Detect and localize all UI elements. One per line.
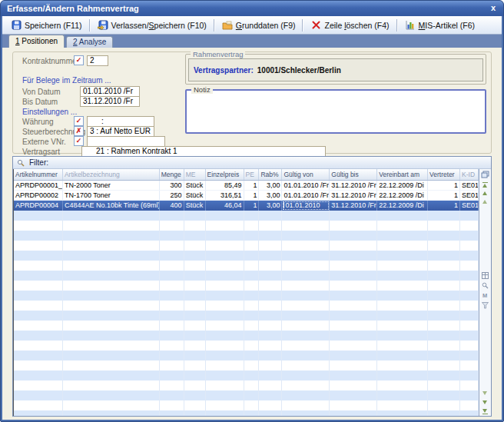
table-cell[interactable]: 250: [160, 191, 184, 200]
table-cell[interactable]: 1: [244, 191, 260, 200]
externe-vnr-field[interactable]: [87, 136, 165, 147]
search-icon[interactable]: [479, 281, 490, 290]
table-cell[interactable]: SE012: [460, 201, 479, 211]
table-cell[interactable]: 316,51: [206, 191, 244, 200]
bis-datum-field[interactable]: 31.12.2010 /Fr: [80, 96, 140, 107]
table-empty-row[interactable]: [14, 241, 479, 251]
table-cell[interactable]: SE012: [460, 181, 479, 190]
table-cell[interactable]: 1: [244, 201, 260, 211]
table-cell[interactable]: 1: [428, 191, 460, 200]
column-header-k-id[interactable]: K-ID: [460, 169, 479, 180]
table-row[interactable]: APRDP00001_TN-2000 Toner300Stück85,4913,…: [14, 181, 479, 191]
table-cell[interactable]: APRDP00002: [14, 191, 63, 200]
table-empty-row[interactable]: [14, 351, 479, 361]
scroll-down-icon[interactable]: [479, 389, 490, 397]
table-cell[interactable]: 46,04: [206, 201, 244, 211]
table-cell[interactable]: 01.01.2010 /Fr: [282, 191, 330, 200]
kontraktnummer-field[interactable]: 2: [87, 55, 108, 66]
table-empty-row[interactable]: [14, 380, 479, 390]
grid-icon[interactable]: [479, 271, 490, 280]
column-chooser-icon[interactable]: [479, 170, 490, 178]
matchcode-icon[interactable]: ✓: [74, 55, 84, 65]
table-cell[interactable]: 01.01.2010 /Fr: [282, 181, 330, 190]
table-cell[interactable]: 31.12.2010 /Fr: [330, 181, 377, 190]
close-icon[interactable]: x: [491, 1, 496, 16]
column-header-pe[interactable]: PE: [244, 169, 260, 180]
table-cell[interactable]: APRDP00004: [14, 201, 63, 211]
table-cell[interactable]: TN-2000 Toner: [63, 181, 160, 190]
matchcode-search-icon[interactable]: M: [479, 291, 490, 300]
table-cell[interactable]: Stück: [184, 191, 206, 200]
table-cell[interactable]: Stück: [184, 181, 206, 190]
scroll-up-icon[interactable]: [479, 198, 490, 206]
mis-artikel-button[interactable]: MIS-Artikel (F6): [400, 18, 481, 32]
column-header-rab-[interactable]: Rab%: [259, 169, 282, 180]
search-icon[interactable]: [17, 159, 25, 167]
matchcode-icon[interactable]: ✓: [74, 136, 84, 146]
table-cell[interactable]: 3,00: [259, 181, 282, 190]
table-cell[interactable]: C4844AE No.10bk Tinte (69ml): [63, 201, 160, 211]
tab-positionen[interactable]: 1 Positionen: [8, 35, 65, 48]
table-empty-row[interactable]: [14, 301, 479, 311]
table-empty-row[interactable]: [14, 231, 479, 241]
table-cell[interactable]: APRDP00001_: [14, 181, 63, 190]
table-cell[interactable]: TN-1700 Toner: [63, 191, 160, 200]
table-empty-row[interactable]: [14, 211, 479, 221]
delete-row-button[interactable]: Zeile löschen (F4): [305, 18, 394, 32]
scroll-page-down-icon[interactable]: [479, 398, 490, 407]
table-cell[interactable]: 400: [160, 201, 184, 211]
table-empty-row[interactable]: [14, 251, 479, 261]
table-cell[interactable]: 31.12.2010 /Fr: [330, 191, 377, 200]
table-empty-row[interactable]: [14, 271, 479, 281]
table-empty-row[interactable]: [14, 400, 479, 410]
table-empty-row[interactable]: [14, 311, 479, 321]
table-empty-row[interactable]: [14, 361, 479, 370]
table-empty-row[interactable]: [14, 291, 479, 301]
table-empty-row[interactable]: [14, 390, 479, 400]
table-row[interactable]: APRDP00002TN-1700 Toner250Stück316,5113,…: [14, 191, 479, 201]
tab-analyse[interactable]: 2 Analyse: [66, 36, 113, 48]
table-empty-row[interactable]: [14, 341, 479, 351]
table-empty-row[interactable]: [14, 221, 479, 231]
table-empty-row[interactable]: [14, 410, 479, 416]
scroll-top-icon[interactable]: [479, 180, 490, 188]
table-cell[interactable]: 22.12.2009 /Di: [377, 181, 428, 190]
column-header-artikelbezeichnung[interactable]: Artikelbezeichnung: [63, 169, 160, 180]
table-empty-row[interactable]: [14, 370, 479, 380]
table-cell[interactable]: 31.12.2010 /Fr: [330, 201, 377, 211]
table-cell[interactable]: 01.01.2010: [282, 201, 330, 211]
table-empty-row[interactable]: [14, 331, 479, 341]
von-datum-field[interactable]: 01.01.2010 /Fr: [80, 86, 140, 97]
clear-icon[interactable]: ✗: [74, 126, 84, 136]
column-header-menge[interactable]: Menge: [160, 169, 184, 180]
table-cell[interactable]: SE012: [460, 191, 479, 200]
column-header-g-ltig-von[interactable]: Gültig von: [282, 169, 330, 180]
waehrung-field[interactable]: :: [87, 116, 154, 127]
table-cell[interactable]: 1: [244, 181, 260, 190]
save-exit-button[interactable]: Verlassen/Speichern (F10): [92, 18, 212, 32]
steuerberechnung-field[interactable]: 3 : Auf Netto EUR: [87, 126, 154, 137]
scroll-bottom-icon[interactable]: [479, 407, 490, 416]
column-header-vereinbart-am[interactable]: Vereinbart am: [377, 169, 428, 180]
notiz-textarea[interactable]: [188, 92, 483, 131]
save-button[interactable]: Speichern (F11): [5, 18, 88, 32]
vertragsart-field[interactable]: 21 : Rahmen Kontrakt 1: [81, 146, 326, 157]
table-cell[interactable]: Stück: [184, 201, 206, 211]
table-empty-row[interactable]: [14, 281, 479, 291]
column-header-me[interactable]: ME: [184, 169, 206, 180]
filter-icon[interactable]: [479, 301, 490, 310]
table-cell[interactable]: 1: [428, 181, 460, 190]
table-empty-row[interactable]: [14, 261, 479, 271]
table-empty-row[interactable]: [14, 321, 479, 331]
scroll-page-up-icon[interactable]: [479, 189, 490, 198]
column-header-einzelpreis[interactable]: Einzelpreis: [206, 169, 244, 180]
column-header-g-ltig-bis[interactable]: Gültig bis: [330, 169, 377, 180]
table-row[interactable]: APRDP00004C4844AE No.10bk Tinte (69ml)40…: [14, 201, 479, 211]
matchcode-icon[interactable]: ✓: [74, 116, 84, 126]
table-cell[interactable]: 22.12.2009 /Di: [377, 201, 428, 211]
basedata-button[interactable]: Grunddaten (F9): [217, 18, 301, 32]
table-cell[interactable]: 3,00: [259, 191, 282, 200]
column-header-artikelnummer[interactable]: Artikelnummer: [14, 169, 63, 180]
table-cell[interactable]: 300: [160, 181, 184, 190]
table-cell[interactable]: 85,49: [206, 181, 244, 190]
